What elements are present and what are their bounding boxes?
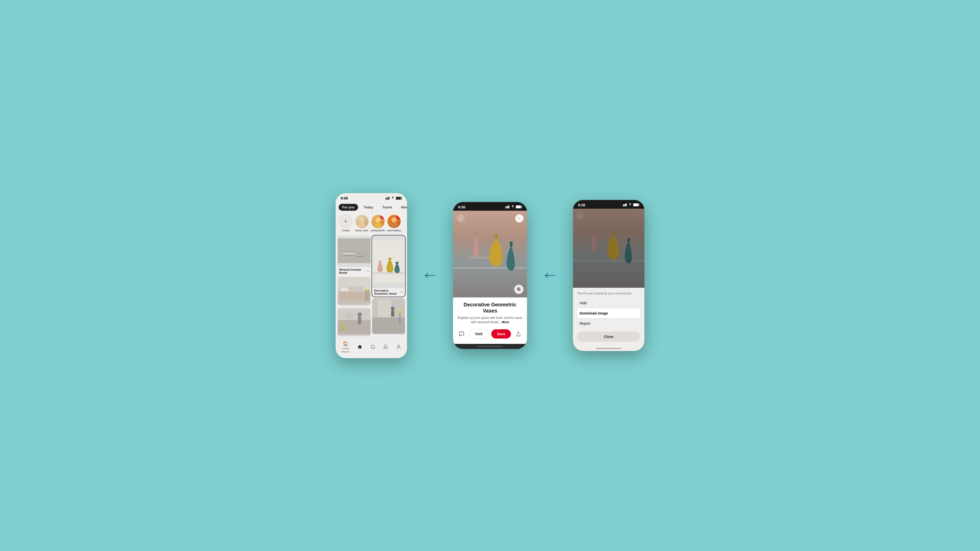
nav-profile[interactable] xyxy=(396,345,401,349)
comment-button[interactable] xyxy=(457,329,466,338)
svg-rect-40 xyxy=(378,300,391,318)
svg-point-7 xyxy=(360,218,364,222)
bottom-sheet: This Pin was inspired by your recent act… xyxy=(573,288,644,346)
status-icons-1 xyxy=(386,197,402,200)
pin-desc-2: Brighten up your space with bold, colorf… xyxy=(457,316,523,324)
story-create-label: Create xyxy=(342,229,349,232)
svg-point-36 xyxy=(388,258,391,260)
status-icons-2 xyxy=(506,205,522,209)
pin-vases[interactable]: Decorative Geometric Vases ··· xyxy=(372,235,405,297)
avatar-yeahj: 2 xyxy=(371,215,385,228)
avatar-sato: 5 xyxy=(387,215,401,228)
svg-rect-29 xyxy=(358,317,361,324)
wifi-icon-1 xyxy=(391,197,395,200)
pin-image-area-3: ‹ ··· xyxy=(573,209,644,288)
svg-rect-24 xyxy=(364,290,369,301)
tab-travel[interactable]: Travel xyxy=(379,204,396,211)
visit-button[interactable]: Visit xyxy=(469,329,488,339)
avatar-kenta xyxy=(355,215,369,228)
svg-point-25 xyxy=(366,287,369,291)
story-yeahj[interactable]: 2 yeahjustrafa xyxy=(371,215,385,232)
svg-point-60 xyxy=(495,234,498,236)
svg-point-28 xyxy=(357,312,362,317)
badge-yeahj: 2 xyxy=(380,215,385,219)
svg-rect-0 xyxy=(386,198,387,200)
tab-today[interactable]: Today xyxy=(360,204,377,211)
svg-point-9 xyxy=(375,218,380,222)
home-bar-3 xyxy=(596,348,621,349)
time-2: 8:08 xyxy=(458,205,465,209)
back-button-3[interactable]: ‹ xyxy=(576,212,584,220)
nav-routine-label: Routine xyxy=(342,351,349,353)
svg-rect-50 xyxy=(509,205,509,208)
nav-notifications[interactable] xyxy=(383,345,388,349)
svg-rect-6 xyxy=(396,197,401,200)
story-sato[interactable]: 5 satomadoka xyxy=(387,215,401,232)
tab-for-you[interactable]: For you xyxy=(339,204,358,211)
svg-point-8 xyxy=(358,222,366,227)
menu-item-hide[interactable]: Hide xyxy=(577,298,640,308)
pin-interior[interactable] xyxy=(372,298,405,335)
svg-rect-23 xyxy=(339,292,364,300)
more-button-2[interactable]: ··· xyxy=(515,214,523,222)
svg-point-12 xyxy=(390,222,398,227)
svg-rect-22 xyxy=(340,287,348,291)
svg-rect-53 xyxy=(516,206,520,208)
svg-point-64 xyxy=(518,288,519,290)
pin-title-2: Decorative Geometric Vases xyxy=(457,302,523,314)
close-button[interactable]: Close xyxy=(577,332,640,342)
right-column: Decorative Geometric Vases ··· xyxy=(372,235,405,337)
pin-bowls[interactable]: Minimal Ceramic Bowls ··· xyxy=(338,235,371,275)
svg-rect-47 xyxy=(506,206,506,208)
svg-rect-68 xyxy=(626,203,627,206)
phone-1: 8:08 For you Today Travel Weekend trip +… xyxy=(336,193,407,358)
home-bar-2 xyxy=(477,346,503,347)
stories-row: + Create kenta_iman 2 yeahjustrafa xyxy=(336,213,407,234)
phone-3: 8:08 xyxy=(573,200,644,351)
story-kenta[interactable]: kenta_iman xyxy=(355,215,369,232)
svg-rect-34 xyxy=(372,272,404,274)
more-button-3: ··· xyxy=(637,212,641,218)
phone-2: 8:08 xyxy=(453,202,527,349)
share-button[interactable] xyxy=(514,329,523,338)
pin-bowls-dots[interactable]: ··· xyxy=(366,269,369,273)
svg-rect-3 xyxy=(389,197,390,200)
svg-point-10 xyxy=(374,222,382,227)
nav-create-routine[interactable]: 🏠 Create Routine xyxy=(342,341,349,353)
pin-room2[interactable] xyxy=(338,307,371,337)
more-link[interactable]: More xyxy=(502,321,509,324)
story-yeahj-label: yeahjustrafa xyxy=(371,229,385,232)
svg-point-44 xyxy=(397,310,403,313)
svg-rect-73 xyxy=(573,260,644,262)
nav-home[interactable] xyxy=(357,345,363,349)
pin-room1[interactable] xyxy=(338,277,371,306)
menu-item-download[interactable]: Download image xyxy=(577,308,640,318)
nav-search[interactable] xyxy=(370,345,375,349)
svg-point-15 xyxy=(341,252,356,255)
svg-point-37 xyxy=(396,262,399,264)
arrow-2 xyxy=(542,272,558,279)
inspired-text: This Pin was inspired by your recent act… xyxy=(577,292,640,295)
lens-button-2[interactable] xyxy=(514,285,523,294)
status-bar-1: 8:08 xyxy=(336,193,407,202)
pin-vases-label: Decorative Geometric Vases xyxy=(374,289,401,295)
svg-rect-71 xyxy=(633,203,638,206)
pin-vases-dots[interactable]: ··· xyxy=(401,290,404,294)
time-3: 8:08 xyxy=(578,203,585,207)
pin-bowls-label-row: Minimal Ceramic Bowls ··· xyxy=(338,267,371,275)
save-button[interactable]: Save xyxy=(491,329,511,338)
battery-icon-1 xyxy=(396,197,402,200)
back-button-2[interactable]: ‹ xyxy=(457,214,465,222)
svg-rect-13 xyxy=(338,238,371,263)
svg-point-46 xyxy=(398,345,399,347)
tab-weekend[interactable]: Weekend trip xyxy=(398,204,407,211)
svg-point-58 xyxy=(475,232,477,234)
story-create[interactable]: + Create xyxy=(339,215,353,232)
action-bar-2: Visit Save xyxy=(453,327,527,344)
svg-rect-48 xyxy=(507,206,508,208)
status-icons-3 xyxy=(623,203,639,207)
svg-rect-31 xyxy=(340,329,345,330)
time-1: 8:08 xyxy=(341,196,348,200)
menu-item-report[interactable]: Report xyxy=(577,318,640,329)
svg-rect-2 xyxy=(388,197,388,200)
